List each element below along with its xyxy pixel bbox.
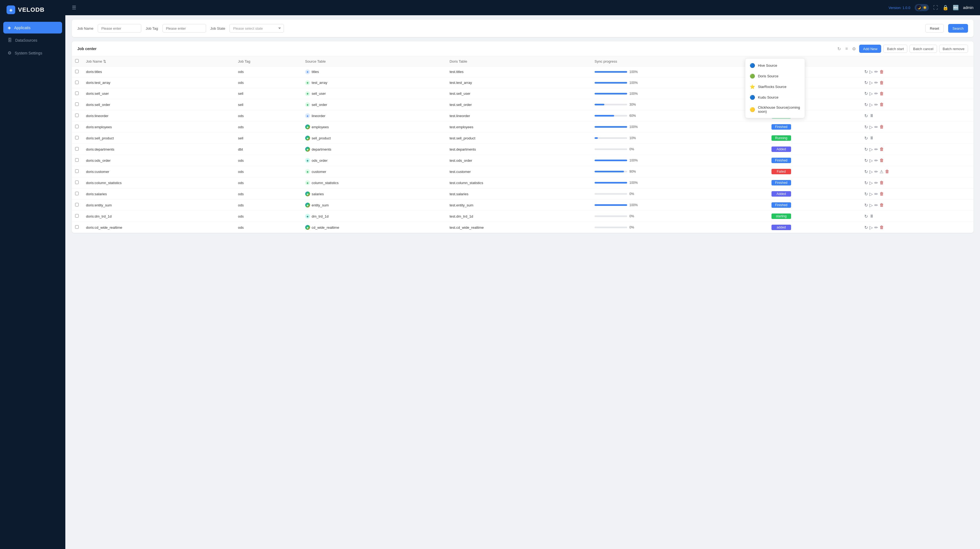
refresh-icon[interactable]: ↻	[864, 124, 868, 130]
dropdown-doris[interactable]: 🟢 Doris Source	[745, 71, 805, 81]
select-all-checkbox[interactable]	[75, 59, 79, 63]
refresh-icon[interactable]: ↻	[864, 91, 868, 96]
delete-icon[interactable]: 🗑	[880, 158, 884, 163]
job-state-select[interactable]: Please select state Running Finished Can…	[229, 24, 284, 33]
refresh-icon[interactable]: ↻	[864, 69, 868, 74]
theme-toggle[interactable]: 🌙 ☀️	[915, 4, 929, 11]
row-checkbox[interactable]	[75, 214, 79, 218]
stop-icon[interactable]: ⏸	[869, 214, 874, 219]
row-checkbox[interactable]	[75, 147, 79, 151]
dropdown-starrocks[interactable]: ⭐ StarRocks Source	[745, 81, 805, 92]
sidebar-item-system[interactable]: ⚙ System Settings	[3, 47, 62, 59]
play-icon[interactable]: ▷	[869, 203, 873, 208]
row-checkbox[interactable]	[75, 181, 79, 184]
delete-icon[interactable]: 🗑	[880, 180, 884, 185]
edit-icon[interactable]: ✏	[874, 203, 878, 208]
row-checkbox[interactable]	[75, 192, 79, 195]
stop-icon[interactable]: ⏸	[869, 113, 874, 118]
delete-icon[interactable]: 🗑	[885, 169, 889, 174]
batch-start-button[interactable]: Batch start	[883, 45, 907, 53]
row-checkbox[interactable]	[75, 91, 79, 95]
refresh-icon[interactable]: ↻	[864, 180, 868, 185]
row-checkbox[interactable]	[75, 102, 79, 106]
refresh-icon[interactable]: ↻	[864, 147, 868, 152]
warn-icon[interactable]: ⚠	[880, 169, 883, 174]
reset-button[interactable]: Reset	[925, 24, 944, 33]
stop-icon[interactable]: ⏸	[869, 135, 874, 140]
play-icon[interactable]: ▷	[869, 102, 873, 107]
job-name-input[interactable]	[98, 24, 141, 33]
delete-icon[interactable]: 🗑	[880, 191, 884, 196]
edit-icon[interactable]: ✏	[874, 102, 878, 107]
job-name-label: Job Name	[77, 26, 93, 30]
play-icon[interactable]: ▷	[869, 124, 873, 130]
refresh-icon[interactable]: ↻	[864, 158, 868, 163]
refresh-icon[interactable]: ↻	[864, 203, 868, 208]
row-checkbox[interactable]	[75, 70, 79, 73]
play-icon[interactable]: ▷	[869, 147, 873, 152]
search-button[interactable]: Search	[948, 24, 968, 33]
delete-icon[interactable]: 🗑	[880, 91, 884, 96]
delete-icon[interactable]: 🗑	[880, 124, 884, 129]
dropdown-kudu[interactable]: 🔵 Kudu Source	[745, 92, 805, 103]
play-icon[interactable]: ▷	[869, 91, 873, 96]
edit-icon[interactable]: ✏	[874, 69, 878, 74]
row-checkbox[interactable]	[75, 125, 79, 128]
dropdown-hive[interactable]: 🔵 Hive Source	[745, 60, 805, 71]
refresh-icon[interactable]: ↻	[864, 135, 868, 141]
play-icon[interactable]: ▷	[869, 191, 873, 197]
row-checkbox[interactable]	[75, 81, 79, 84]
play-icon[interactable]: ▷	[869, 180, 873, 185]
source-table-cell: ◈ cd_wide_realtime	[302, 222, 447, 233]
delete-icon[interactable]: 🗑	[880, 147, 884, 152]
refresh-icon[interactable]: ↻	[864, 80, 868, 85]
edit-icon[interactable]: ✏	[874, 80, 878, 85]
play-icon[interactable]: ▷	[869, 80, 873, 85]
play-icon[interactable]: ▷	[869, 225, 873, 230]
edit-icon[interactable]: ✏	[874, 191, 878, 197]
delete-icon[interactable]: 🗑	[880, 70, 884, 74]
status-cell: starting	[768, 211, 861, 222]
play-icon[interactable]: ▷	[869, 169, 873, 174]
row-checkbox[interactable]	[75, 225, 79, 229]
hamburger-icon[interactable]: ☰	[72, 5, 76, 11]
refresh-icon[interactable]: ↻	[864, 214, 868, 219]
sidebar-item-datasources[interactable]: 🗄 DataSources	[3, 35, 62, 46]
sidebar-item-applications[interactable]: ◈ Applicatis	[3, 22, 62, 33]
play-icon[interactable]: ▷	[869, 158, 873, 163]
delete-icon[interactable]: 🗑	[880, 225, 884, 230]
delete-icon[interactable]: 🗑	[880, 80, 884, 85]
dropdown-clickhouse[interactable]: 🟡 Clickhouse Source(coming soon)	[745, 103, 805, 116]
edit-icon[interactable]: ✏	[874, 91, 878, 96]
row-checkbox[interactable]	[75, 158, 79, 162]
refresh-icon[interactable]: ↻	[864, 102, 868, 107]
row-checkbox[interactable]	[75, 169, 79, 173]
edit-icon[interactable]: ✏	[874, 124, 878, 130]
source-table-cell: ◈ sell_order	[302, 99, 447, 110]
delete-icon[interactable]: 🗑	[880, 102, 884, 107]
refresh-icon[interactable]: ↻	[864, 191, 868, 197]
column-settings-icon[interactable]: ≡	[844, 45, 849, 52]
batch-remove-button[interactable]: Batch remove	[939, 45, 968, 53]
batch-cancel-button[interactable]: Batch cancel	[910, 45, 937, 53]
edit-icon[interactable]: ✏	[874, 147, 878, 152]
job-tag-input[interactable]	[162, 24, 206, 33]
refresh-toolbar-icon[interactable]: ↻	[836, 45, 842, 53]
row-checkbox[interactable]	[75, 136, 79, 139]
edit-icon[interactable]: ✏	[874, 180, 878, 185]
edit-icon[interactable]: ✏	[874, 169, 878, 174]
translate-icon[interactable]: 🔤	[953, 5, 959, 11]
play-icon[interactable]: ▷	[869, 69, 873, 74]
add-new-button[interactable]: Add New	[859, 45, 881, 53]
row-checkbox[interactable]	[75, 203, 79, 207]
row-checkbox[interactable]	[75, 113, 79, 117]
edit-icon[interactable]: ✏	[874, 158, 878, 163]
refresh-icon[interactable]: ↻	[864, 169, 868, 174]
refresh-icon[interactable]: ↻	[864, 113, 868, 118]
refresh-icon[interactable]: ↻	[864, 225, 868, 230]
edit-icon[interactable]: ✏	[874, 225, 878, 230]
settings-icon[interactable]: ⚙	[851, 45, 857, 53]
delete-icon[interactable]: 🗑	[880, 203, 884, 207]
fullscreen-icon[interactable]: ⛶	[933, 5, 938, 11]
lock-icon[interactable]: 🔒	[942, 5, 948, 11]
